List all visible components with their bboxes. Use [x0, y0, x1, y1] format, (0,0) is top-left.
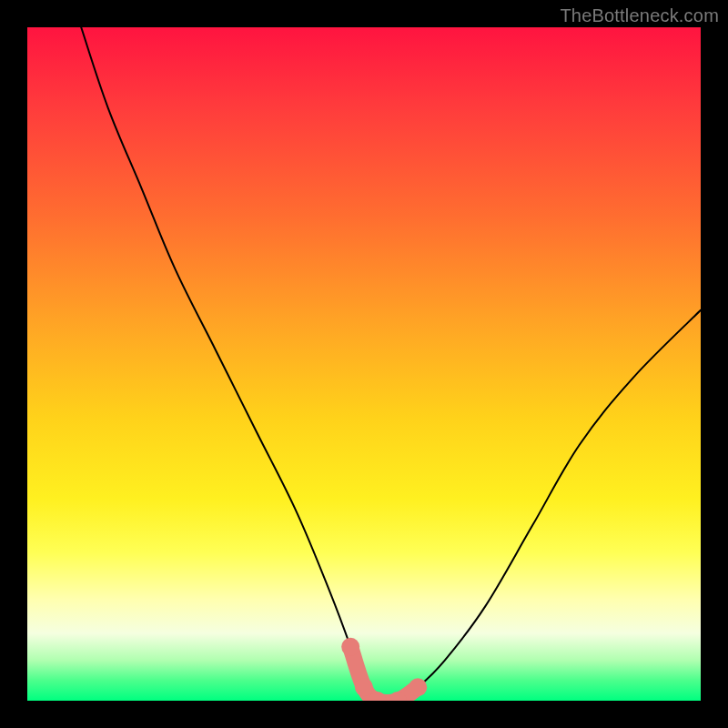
optimal-zone-dot	[341, 638, 359, 656]
overlay-svg	[27, 27, 701, 701]
watermark: TheBottleneck.com	[560, 5, 719, 26]
chart-frame: TheBottleneck.com	[0, 0, 728, 728]
plot-area	[27, 27, 701, 701]
performance-curve	[81, 27, 701, 701]
optimal-zone-dot	[355, 678, 373, 696]
optimal-zone-dot	[409, 678, 427, 696]
